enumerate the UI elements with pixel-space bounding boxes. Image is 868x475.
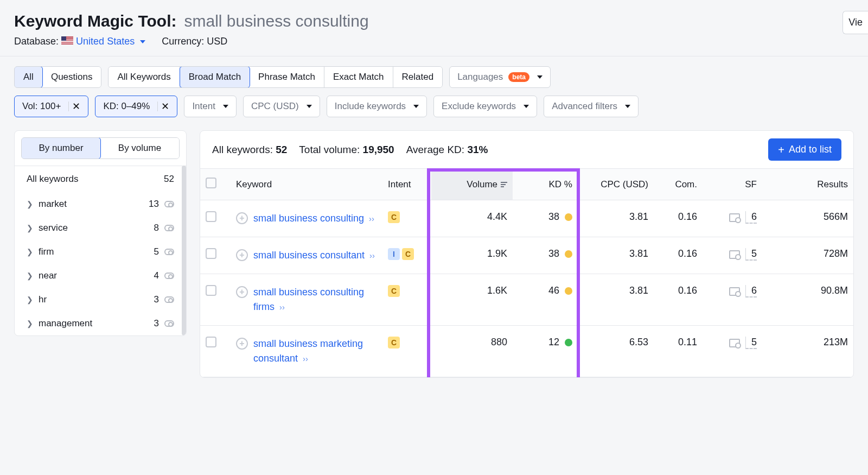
volume-filter-chip[interactable]: Vol: 100+ ✕ (14, 96, 88, 117)
intent-badge-c: C (388, 337, 400, 349)
flag-us-icon (61, 36, 73, 45)
results-cell: 90.8M (762, 274, 853, 326)
sidebar-group-item[interactable]: ❯ management 3 (15, 312, 186, 335)
chevron-down-icon (537, 75, 542, 79)
results-cell: 566M (762, 200, 853, 237)
double-chevron-icon: ›› (303, 354, 308, 363)
expand-icon[interactable]: + (236, 249, 248, 261)
keyword-link[interactable]: small business consulting ›› (253, 211, 374, 226)
expand-icon[interactable]: + (236, 212, 248, 224)
beta-badge: beta (508, 72, 529, 82)
serp-icon[interactable] (729, 213, 740, 222)
match-all-keywords-button[interactable]: All Keywords (108, 67, 180, 87)
keyword-link[interactable]: small business consultant ›› (253, 248, 375, 263)
eye-icon[interactable] (164, 249, 174, 255)
mode-all-button[interactable]: All (14, 66, 43, 88)
keyword-link[interactable]: small business marketing consultant ›› (253, 337, 377, 366)
col-keyword[interactable]: Keyword (231, 169, 382, 200)
sidebar-group-count: 3 (154, 294, 159, 305)
sidebar-group-item[interactable]: ❯ near 4 (15, 264, 186, 288)
eye-icon[interactable] (164, 296, 174, 303)
eye-icon[interactable] (164, 320, 174, 327)
match-related-button[interactable]: Related (393, 67, 443, 87)
sf-cell: 6 (729, 211, 757, 224)
match-phrase-button[interactable]: Phrase Match (250, 67, 324, 87)
table-row: + small business consulting firms ›› C 1… (200, 274, 853, 326)
add-to-list-button[interactable]: + Add to list (768, 138, 841, 161)
col-results[interactable]: Results (762, 169, 853, 200)
keywords-table: Keyword Intent Volume KD % CPC (USD) Com… (200, 168, 853, 377)
eye-icon[interactable] (164, 201, 174, 207)
kd-filter-chip[interactable]: KD: 0–49% ✕ (95, 96, 177, 117)
row-checkbox[interactable] (206, 248, 216, 259)
tool-name: Keyword Magic Tool: (14, 12, 176, 30)
chevron-right-icon: ❯ (27, 319, 33, 328)
intent-badge-c: C (388, 211, 400, 223)
chevron-down-icon (524, 105, 529, 108)
match-broad-button[interactable]: Broad Match (180, 66, 250, 88)
mode-questions-button[interactable]: Questions (42, 67, 101, 87)
cpc-dropdown[interactable]: CPC (USD) (243, 96, 320, 117)
sidebar-group-label: management (39, 318, 92, 329)
col-cpc[interactable]: CPC (USD) (578, 169, 654, 200)
keyword-link[interactable]: small business consulting firms ›› (253, 285, 377, 314)
cpc-cell: 6.53 (578, 326, 654, 377)
select-all-checkbox[interactable] (206, 178, 216, 188)
scrollbar[interactable] (182, 166, 186, 335)
intent-badge-c: C (388, 285, 400, 297)
expand-icon[interactable]: + (236, 338, 248, 350)
search-query: small business consulting (184, 12, 368, 30)
match-exact-button[interactable]: Exact Match (324, 67, 393, 87)
eye-icon[interactable] (164, 273, 174, 279)
expand-icon[interactable]: + (236, 286, 248, 298)
col-volume[interactable]: Volume (431, 169, 513, 200)
chevron-down-icon (413, 105, 419, 108)
volume-cell: 1.9K (431, 237, 513, 274)
volume-cell: 4.4K (431, 200, 513, 237)
row-checkbox[interactable] (206, 285, 216, 296)
cpc-cell: 3.81 (578, 237, 654, 274)
include-keywords-dropdown[interactable]: Include keywords (327, 96, 427, 117)
sidebar-group-count: 4 (154, 270, 159, 281)
view-button[interactable]: Vie (843, 11, 868, 34)
highlight-annotation (577, 168, 580, 378)
table-row: + small business consultant ›› IC 1.9K 3… (200, 237, 853, 274)
intent-dropdown[interactable]: Intent (184, 96, 237, 117)
intent-cell: C (388, 211, 426, 223)
intent-cell: C (388, 337, 426, 349)
double-chevron-icon: ›› (369, 251, 375, 260)
sidebar-group-item[interactable]: ❯ hr 3 (15, 288, 186, 312)
results-cell: 213M (762, 326, 853, 377)
sidebar-all-keywords[interactable]: All keywords 52 (15, 166, 186, 192)
kd-cell: 38 (548, 211, 572, 223)
sidebar-group-label: service (39, 223, 68, 233)
kd-dot-icon (565, 339, 572, 346)
serp-icon[interactable] (729, 250, 740, 259)
sort-desc-icon (501, 181, 507, 188)
sidebar-group-count: 5 (154, 246, 159, 257)
database-selector[interactable]: Database: United States (14, 36, 145, 47)
col-com[interactable]: Com. (654, 169, 703, 200)
row-checkbox[interactable] (206, 337, 216, 347)
sidebar-group-item[interactable]: ❯ firm 5 (15, 240, 186, 264)
col-intent[interactable]: Intent (382, 169, 431, 200)
eye-icon[interactable] (164, 225, 174, 231)
close-icon[interactable]: ✕ (157, 102, 169, 111)
close-icon[interactable]: ✕ (68, 102, 80, 111)
advanced-filters-dropdown[interactable]: Advanced filters (544, 96, 639, 117)
exclude-keywords-dropdown[interactable]: Exclude keywords (433, 96, 537, 117)
sidebar-group-item[interactable]: ❯ market 13 (15, 192, 186, 216)
sidebar-group-label: firm (39, 246, 54, 257)
col-sf[interactable]: SF (703, 169, 762, 200)
sort-by-volume-button[interactable]: By volume (100, 138, 179, 159)
sidebar: By number By volume All keywords 52 ❯ ma… (14, 130, 187, 336)
languages-dropdown[interactable]: Languages beta (449, 66, 551, 88)
sort-by-number-button[interactable]: By number (21, 137, 101, 159)
currency-display: Currency: USD (162, 36, 227, 47)
col-kd[interactable]: KD % (513, 169, 578, 200)
sidebar-group-item[interactable]: ❯ service 8 (15, 216, 186, 240)
serp-icon[interactable] (729, 339, 740, 347)
kd-cell: 38 (548, 248, 572, 259)
serp-icon[interactable] (729, 287, 740, 296)
row-checkbox[interactable] (206, 211, 216, 222)
